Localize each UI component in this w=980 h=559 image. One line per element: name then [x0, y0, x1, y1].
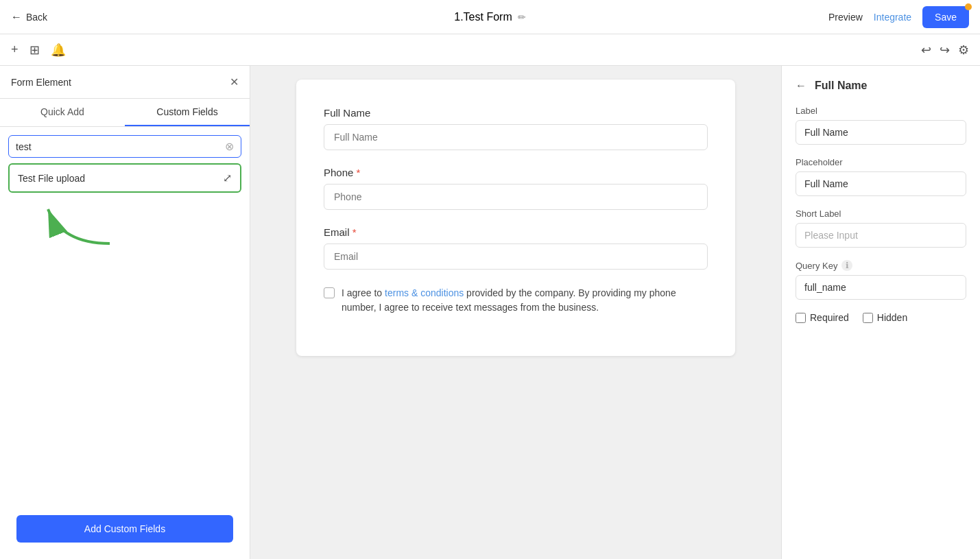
placeholder-field-input[interactable]	[796, 171, 966, 196]
back-label: Back	[26, 12, 47, 23]
bell-icon[interactable]: 🔔	[51, 43, 66, 58]
email-required-star: *	[352, 226, 357, 238]
form-field-email: Email *	[324, 226, 708, 270]
right-panel-header: ← Full Name	[796, 80, 966, 92]
placeholder-field-label: Placeholder	[796, 157, 966, 167]
short-label-field-group: Short Label	[796, 209, 966, 248]
nav-actions: Preview Integrate Save	[828, 6, 969, 28]
redo-icon[interactable]: ↪	[940, 43, 950, 58]
terms-row: I agree to terms & conditions provided b…	[324, 286, 708, 315]
terms-link[interactable]: terms & conditions	[385, 287, 464, 298]
email-label: Email *	[324, 226, 708, 238]
panel-tabs: Quick Add Custom Fields	[0, 99, 250, 127]
phone-input[interactable]	[324, 184, 708, 210]
page-title: 1.Test Form	[454, 11, 512, 23]
grid-icon[interactable]: ⊞	[29, 43, 40, 58]
save-button[interactable]: Save	[922, 6, 969, 28]
required-checkbox[interactable]	[796, 313, 806, 323]
save-badge	[965, 3, 972, 10]
placeholder-field-group: Placeholder	[796, 157, 966, 196]
add-custom-fields-button[interactable]: Add Custom Fields	[16, 515, 233, 543]
hidden-label: Hidden	[877, 312, 907, 323]
required-checkbox-item: Required	[796, 312, 849, 323]
info-icon: ℹ	[841, 260, 852, 271]
tab-custom-fields[interactable]: Custom Fields	[125, 99, 250, 126]
search-wrapper: ⊗	[8, 135, 241, 158]
email-input[interactable]	[324, 243, 708, 270]
phone-required-star: *	[357, 167, 361, 178]
query-key-label-row: Query Key ℹ	[796, 260, 966, 271]
second-toolbar: + ⊞ 🔔 ↩ ↪ ⚙	[0, 34, 980, 66]
hidden-checkbox[interactable]	[863, 313, 873, 323]
form-field-phone: Phone *	[324, 167, 708, 210]
center-canvas: Full Name Phone * Email *	[250, 66, 781, 559]
query-key-field-group: Query Key ℹ	[796, 260, 966, 300]
terms-text: I agree to terms & conditions provided b…	[342, 286, 708, 315]
short-label-field-label: Short Label	[796, 209, 966, 219]
back-button[interactable]: ← Back	[11, 11, 47, 23]
right-panel: ← Full Name Label Placeholder Short Labe…	[781, 66, 980, 559]
dropdown-item-label: Test File upload	[18, 173, 85, 184]
integrate-button[interactable]: Integrate	[874, 12, 911, 23]
form-field-fullname: Full Name	[324, 107, 708, 150]
phone-label: Phone *	[324, 167, 708, 178]
right-panel-back-icon[interactable]: ←	[796, 80, 806, 92]
fullname-label: Full Name	[324, 107, 708, 119]
panel-header: Form Element ✕	[0, 66, 250, 99]
right-panel-title: Full Name	[815, 80, 867, 92]
required-label: Required	[810, 312, 849, 323]
query-key-field-input[interactable]	[796, 275, 966, 300]
preview-button[interactable]: Preview	[828, 12, 863, 23]
hidden-checkbox-item: Hidden	[863, 312, 907, 323]
close-icon[interactable]: ✕	[230, 75, 239, 88]
checkbox-row: Required Hidden	[796, 312, 966, 323]
undo-redo-group: ↩ ↪ ⚙	[921, 43, 969, 58]
expand-icon: ⤢	[223, 171, 232, 185]
short-label-field-input[interactable]	[796, 223, 966, 248]
top-navbar: ← Back 1.Test Form ✏ Preview Integrate S…	[0, 0, 980, 34]
page-title-area: 1.Test Form ✏	[454, 11, 525, 23]
label-field-input[interactable]	[796, 120, 966, 145]
search-input[interactable]	[16, 141, 225, 152]
settings-icon[interactable]: ⚙	[958, 43, 969, 58]
left-panel: Form Element ✕ Quick Add Custom Fields ⊗…	[0, 66, 250, 559]
main-area: Form Element ✕ Quick Add Custom Fields ⊗…	[0, 66, 980, 559]
fullname-input[interactable]	[324, 124, 708, 150]
search-area: ⊗	[0, 127, 250, 158]
tab-quick-add[interactable]: Quick Add	[0, 99, 125, 126]
label-field-label: Label	[796, 106, 966, 116]
clear-icon[interactable]: ⊗	[225, 140, 234, 153]
label-field-group: Label	[796, 106, 966, 145]
edit-icon[interactable]: ✏	[518, 12, 526, 23]
form-card: Full Name Phone * Email *	[296, 80, 735, 356]
panel-title: Form Element	[11, 77, 71, 88]
dropdown-item[interactable]: Test File upload ⤢	[8, 163, 241, 193]
back-arrow-icon: ←	[11, 11, 22, 23]
add-icon[interactable]: +	[11, 43, 19, 57]
terms-checkbox[interactable]	[324, 287, 335, 298]
undo-icon[interactable]: ↩	[921, 43, 931, 58]
